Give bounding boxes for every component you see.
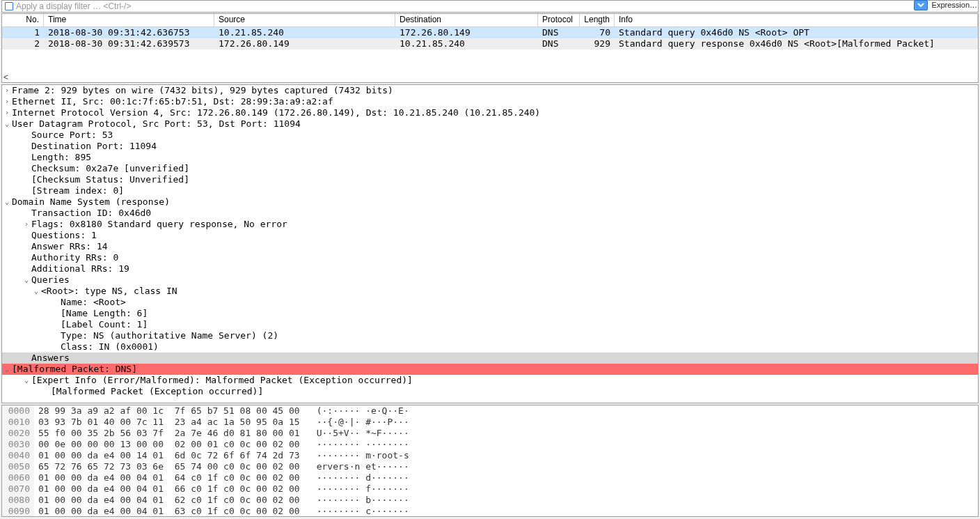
detail-line[interactable]: ›Internet Protocol Version 4, Src: 172.2…: [2, 107, 978, 118]
detail-text: Destination Port: 11094: [31, 141, 157, 152]
detail-line[interactable]: Destination Port: 11094: [2, 141, 978, 152]
hex-row[interactable]: 008001 00 00 da e4 00 04 01 62 c0 1f c0 …: [2, 495, 978, 506]
detail-text: Transaction ID: 0x46d0: [31, 208, 151, 219]
detail-text: Checksum: 0x2a7e [unverified]: [31, 163, 189, 174]
hex-bytes: 03 93 7b 01 40 00 7c 11 23 a4 ac 1a 50 9…: [34, 417, 300, 428]
display-filter-bar[interactable]: Apply a display filter … <Ctrl-/>: [1, 0, 979, 13]
hex-ascii: ········ m·root-s: [300, 450, 409, 461]
cell-src: 172.26.80.149: [214, 38, 395, 49]
packet-bytes-pane[interactable]: 000028 99 3a a9 a2 af 00 1c 7f 65 b7 51 …: [1, 405, 979, 517]
packet-list-pane[interactable]: No. Time Source Destination Protocol Len…: [1, 13, 979, 83]
detail-line[interactable]: ⌄User Datagram Protocol, Src Port: 53, D…: [2, 118, 978, 130]
collapse-icon[interactable]: ⌄: [22, 274, 31, 286]
apply-filter-button[interactable]: [914, 0, 928, 10]
col-header-time[interactable]: Time: [44, 14, 214, 26]
cell-len: 929: [580, 38, 615, 49]
detail-line[interactable]: ⌄Queries: [2, 274, 978, 286]
detail-line[interactable]: [Label Count: 1]: [2, 319, 978, 330]
col-header-src[interactable]: Source: [214, 14, 395, 26]
detail-text: [Label Count: 1]: [61, 319, 148, 330]
hex-bytes: 01 00 00 da e4 00 04 01 66 c0 1f c0 0c 0…: [34, 483, 300, 495]
expression-link[interactable]: Expression…: [932, 1, 979, 9]
detail-line[interactable]: ⌄<Root>: type NS, class IN: [2, 286, 978, 297]
hex-row[interactable]: 005065 72 76 65 72 73 03 6e 65 74 00 c0 …: [2, 461, 978, 472]
detail-text: Length: 895: [31, 152, 91, 163]
packet-details-pane[interactable]: ›Frame 2: 929 bytes on wire (7432 bits),…: [1, 84, 979, 403]
collapse-icon[interactable]: ⌄: [22, 375, 31, 386]
display-filter-input[interactable]: Apply a display filter … <Ctrl-/>: [16, 2, 975, 10]
hex-bytes: 28 99 3a a9 a2 af 00 1c 7f 65 b7 51 08 0…: [34, 405, 300, 417]
expand-icon[interactable]: ›: [22, 219, 31, 230]
detail-line[interactable]: ⌄[Malformed Packet: DNS]: [2, 364, 978, 375]
hex-row[interactable]: 002055 f0 00 35 2b 56 03 7f 2a 7e 46 d0 …: [2, 428, 978, 439]
col-header-dst[interactable]: Destination: [395, 14, 538, 26]
cell-info: Standard query 0x46d0 NS <Root> OPT: [615, 27, 978, 38]
packet-list-header[interactable]: No. Time Source Destination Protocol Len…: [2, 14, 978, 27]
detail-line[interactable]: Class: IN (0x0001): [2, 341, 978, 353]
detail-text: Source Port: 53: [31, 130, 113, 141]
collapse-icon[interactable]: ⌄: [31, 286, 41, 297]
detail-line[interactable]: Additional RRs: 19: [2, 263, 978, 274]
detail-line[interactable]: [Stream index: 0]: [2, 185, 978, 196]
hex-offset: 0070: [2, 483, 34, 495]
detail-line[interactable]: [Malformed Packet (Exception occurred)]: [2, 386, 978, 397]
hex-offset: 0080: [2, 495, 34, 506]
detail-line[interactable]: Questions: 1: [2, 230, 978, 241]
bookmark-icon[interactable]: [5, 2, 13, 10]
detail-line[interactable]: Type: NS (authoritative Name Server) (2): [2, 330, 978, 341]
detail-text: Answers: [31, 353, 70, 364]
detail-line[interactable]: [Checksum Status: Unverified]: [2, 174, 978, 185]
detail-line[interactable]: ›Ethernet II, Src: 00:1c:7f:65:b7:51, Ds…: [2, 96, 978, 107]
col-header-info[interactable]: Info: [615, 14, 978, 26]
hex-row[interactable]: 009001 00 00 da e4 00 04 01 63 c0 1f c0 …: [2, 506, 978, 517]
col-header-no[interactable]: No.: [2, 14, 44, 26]
detail-line[interactable]: Checksum: 0x2a7e [unverified]: [2, 163, 978, 174]
detail-line[interactable]: Source Port: 53: [2, 130, 978, 141]
collapse-icon[interactable]: ⌄: [2, 364, 12, 375]
expand-icon[interactable]: ›: [2, 107, 12, 118]
packet-row[interactable]: 22018-08-30 09:31:42.639573172.26.80.149…: [2, 38, 978, 49]
detail-line[interactable]: ›Flags: 0x8180 Standard query response, …: [2, 219, 978, 230]
detail-text: <Root>: type NS, class IN: [41, 286, 177, 297]
col-header-len[interactable]: Length: [580, 14, 615, 26]
hex-row[interactable]: 000028 99 3a a9 a2 af 00 1c 7f 65 b7 51 …: [2, 405, 978, 417]
hex-row[interactable]: 004001 00 00 da e4 00 14 01 6d 0c 72 6f …: [2, 450, 978, 461]
detail-line[interactable]: ⌄[Expert Info (Error/Malformed): Malform…: [2, 375, 978, 386]
hex-row[interactable]: 007001 00 00 da e4 00 04 01 66 c0 1f c0 …: [2, 483, 978, 495]
hex-bytes: 00 0e 00 00 00 13 00 00 02 00 01 c0 0c 0…: [34, 439, 300, 450]
cell-proto: DNS: [538, 27, 580, 38]
detail-line[interactable]: ›Frame 2: 929 bytes on wire (7432 bits),…: [2, 85, 978, 96]
hex-row[interactable]: 006001 00 00 da e4 00 04 01 64 c0 1f c0 …: [2, 472, 978, 483]
collapse-icon[interactable]: ⌄: [2, 118, 12, 130]
hex-offset: 0020: [2, 428, 34, 439]
scrollbar-left-icon[interactable]: <: [3, 72, 8, 82]
hex-row[interactable]: 003000 0e 00 00 00 13 00 00 02 00 01 c0 …: [2, 439, 978, 450]
expand-icon[interactable]: ›: [2, 96, 12, 107]
detail-line[interactable]: Answer RRs: 14: [2, 241, 978, 252]
hex-ascii: ········ d·······: [300, 472, 409, 483]
cell-dst: 172.26.80.149: [395, 27, 538, 38]
detail-line[interactable]: Transaction ID: 0x46d0: [2, 208, 978, 219]
cell-time: 2018-08-30 09:31:42.639573: [44, 38, 214, 49]
detail-line[interactable]: ⌄Domain Name System (response): [2, 196, 978, 208]
detail-text: User Datagram Protocol, Src Port: 53, Ds…: [12, 118, 301, 130]
hex-offset: 0060: [2, 472, 34, 483]
hex-offset: 0090: [2, 506, 34, 517]
collapse-icon[interactable]: ⌄: [2, 196, 12, 208]
detail-line[interactable]: Authority RRs: 0: [2, 252, 978, 263]
detail-line[interactable]: [Name Length: 6]: [2, 308, 978, 319]
packet-list-body[interactable]: 12018-08-30 09:31:42.63675310.21.85.2401…: [2, 27, 978, 49]
cell-len: 70: [580, 27, 615, 38]
detail-line[interactable]: Length: 895: [2, 152, 978, 163]
detail-text: Class: IN (0x0001): [61, 341, 159, 353]
col-header-proto[interactable]: Protocol: [538, 14, 580, 26]
cell-time: 2018-08-30 09:31:42.636753: [44, 27, 214, 38]
detail-line[interactable]: Name: <Root>: [2, 297, 978, 308]
hex-row[interactable]: 001003 93 7b 01 40 00 7c 11 23 a4 ac 1a …: [2, 417, 978, 428]
detail-text: [Stream index: 0]: [31, 185, 124, 196]
detail-line[interactable]: Answers: [2, 353, 978, 364]
expand-icon[interactable]: ›: [2, 85, 12, 96]
hex-bytes: 65 72 76 65 72 73 03 6e 65 74 00 c0 0c 0…: [34, 461, 300, 472]
hex-offset: 0010: [2, 417, 34, 428]
packet-row[interactable]: 12018-08-30 09:31:42.63675310.21.85.2401…: [2, 27, 978, 38]
